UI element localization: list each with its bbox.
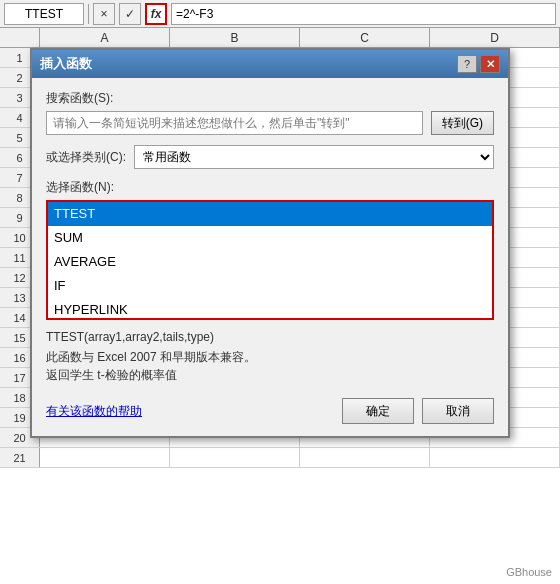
- func-list-item[interactable]: TTEST: [48, 202, 492, 226]
- search-input[interactable]: [46, 111, 423, 135]
- search-section-label: 搜索函数(S):: [46, 90, 494, 107]
- col-header-c[interactable]: C: [300, 28, 430, 47]
- cell[interactable]: [300, 448, 430, 467]
- cell[interactable]: [40, 448, 170, 467]
- category-select[interactable]: 常用函数: [134, 145, 494, 169]
- col-headers: A B C D: [0, 28, 560, 48]
- dialog-title: 插入函数: [40, 55, 92, 73]
- dialog-controls: ? ✕: [457, 55, 500, 73]
- col-header-a[interactable]: A: [40, 28, 170, 47]
- row-num-header: [0, 28, 40, 47]
- search-row: 转到(G): [46, 111, 494, 135]
- func-list-item[interactable]: SUM: [48, 226, 492, 250]
- fx-btn[interactable]: fx: [145, 3, 167, 25]
- func-signature: TTEST(array1,array2,tails,type): [46, 330, 494, 344]
- category-row: 或选择类别(C): 常用函数: [46, 145, 494, 169]
- formula-input[interactable]: [171, 3, 556, 25]
- spreadsheet: × ✓ fx A B C D 1 2 3 4 5 6 7 8 9 10 11 1…: [0, 0, 560, 584]
- confirm-formula-btn[interactable]: ✓: [119, 3, 141, 25]
- help-link[interactable]: 有关该函数的帮助: [46, 403, 142, 420]
- dialog-titlebar: 插入函数 ? ✕: [32, 50, 508, 78]
- func-listbox[interactable]: TTESTSUMAVERAGEIFHYPERLINKCOUNTMAX: [46, 200, 494, 320]
- func-desc-line2: 返回学生 t-检验的概率值: [46, 366, 494, 384]
- func-list-item[interactable]: HYPERLINK: [48, 298, 492, 320]
- func-desc-line1: 此函数与 Excel 2007 和早期版本兼容。: [46, 348, 494, 366]
- table-row: 21: [0, 448, 560, 468]
- dialog-footer: 有关该函数的帮助 确定 取消: [46, 392, 494, 424]
- func-list-item[interactable]: IF: [48, 274, 492, 298]
- row-num: 21: [0, 448, 40, 467]
- category-label: 或选择类别(C):: [46, 149, 126, 166]
- cell[interactable]: [430, 448, 560, 467]
- func-desc: 此函数与 Excel 2007 和早期版本兼容。 返回学生 t-检验的概率值: [46, 348, 494, 384]
- cancel-formula-btn[interactable]: ×: [93, 3, 115, 25]
- ok-btn[interactable]: 确定: [342, 398, 414, 424]
- dialog-close-btn[interactable]: ✕: [480, 55, 500, 73]
- col-header-d[interactable]: D: [430, 28, 560, 47]
- goto-btn[interactable]: 转到(G): [431, 111, 494, 135]
- col-header-b[interactable]: B: [170, 28, 300, 47]
- footer-buttons: 确定 取消: [342, 398, 494, 424]
- dialog-help-btn[interactable]: ?: [457, 55, 477, 73]
- cell[interactable]: [170, 448, 300, 467]
- insert-function-dialog: 插入函数 ? ✕ 搜索函数(S): 转到(G) 或选择类别(C): 常用函数 选…: [30, 48, 510, 438]
- separator: [88, 4, 89, 24]
- formula-bar: × ✓ fx: [0, 0, 560, 28]
- cancel-btn[interactable]: 取消: [422, 398, 494, 424]
- name-box[interactable]: [4, 3, 84, 25]
- watermark: GBhouse: [506, 566, 552, 578]
- dialog-body: 搜索函数(S): 转到(G) 或选择类别(C): 常用函数 选择函数(N): T…: [32, 78, 508, 436]
- func-list-label: 选择函数(N):: [46, 179, 494, 196]
- func-list-item[interactable]: AVERAGE: [48, 250, 492, 274]
